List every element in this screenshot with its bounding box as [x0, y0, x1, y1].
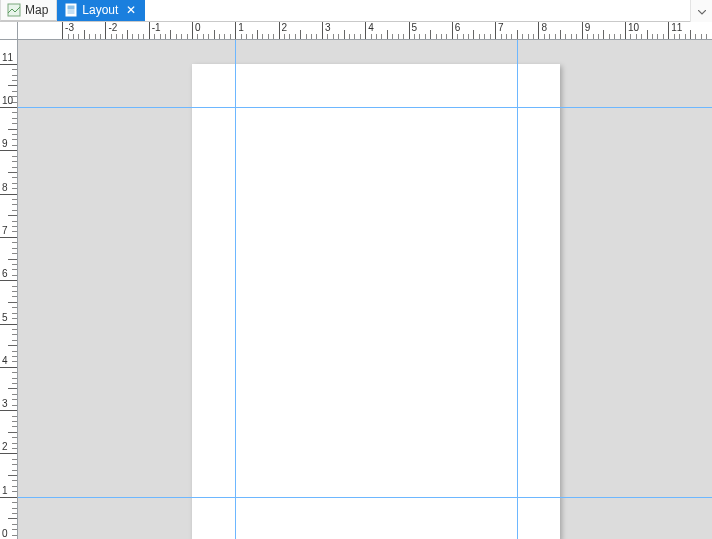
- tab-list-dropdown[interactable]: [690, 0, 712, 22]
- guide-horizontal[interactable]: [18, 107, 712, 108]
- ruler-v-label: 11: [2, 52, 13, 63]
- guide-vertical[interactable]: [517, 40, 518, 539]
- ruler-v-label: 2: [2, 441, 8, 452]
- ruler-h-label: 2: [282, 22, 288, 33]
- ruler-h-label: 1: [238, 22, 244, 33]
- tab-map[interactable]: Map: [0, 0, 57, 21]
- ruler-h-label: 8: [541, 22, 547, 33]
- ruler-h-label: -1: [152, 22, 161, 33]
- ruler-horizontal[interactable]: -3-2-10123456789101112: [18, 22, 712, 40]
- ruler-v-label: 7: [2, 225, 8, 236]
- ruler-v-label: 9: [2, 138, 8, 149]
- layout-icon: [64, 3, 78, 17]
- ruler-h-label: 10: [628, 22, 639, 33]
- ruler-h-label: 0: [195, 22, 201, 33]
- ruler-vertical[interactable]: 11109876543210: [0, 40, 18, 539]
- ruler-h-label: 5: [412, 22, 418, 33]
- ruler-v-label: 8: [2, 182, 8, 193]
- ruler-v-label: 10: [2, 95, 13, 106]
- ruler-h-label: 4: [368, 22, 374, 33]
- ruler-h-label: -3: [65, 22, 74, 33]
- tab-map-label: Map: [25, 3, 48, 17]
- guide-vertical[interactable]: [235, 40, 236, 539]
- ruler-h-label: 9: [585, 22, 591, 33]
- tab-bar: Map Layout ✕: [0, 0, 712, 22]
- page[interactable]: [192, 64, 560, 539]
- ruler-v-label: 3: [2, 398, 8, 409]
- svg-rect-0: [8, 4, 20, 16]
- ruler-h-label: 7: [498, 22, 504, 33]
- ruler-v-label: 5: [2, 312, 8, 323]
- ruler-corner: [0, 22, 18, 40]
- ruler-h-label: 6: [455, 22, 461, 33]
- ruler-v-label: 0: [2, 528, 8, 539]
- ruler-v-label: 1: [2, 485, 8, 496]
- ruler-v-label: 4: [2, 355, 8, 366]
- ruler-h-label: -2: [108, 22, 117, 33]
- layout-canvas[interactable]: [18, 40, 712, 539]
- svg-rect-2: [68, 6, 75, 10]
- tab-layout-label: Layout: [82, 3, 118, 17]
- layout-workspace: -3-2-10123456789101112 11109876543210: [0, 22, 712, 539]
- tab-layout[interactable]: Layout ✕: [57, 0, 145, 21]
- chevron-down-icon: [698, 4, 706, 18]
- close-icon[interactable]: ✕: [126, 4, 136, 16]
- ruler-v-label: 6: [2, 268, 8, 279]
- ruler-h-label: 3: [325, 22, 331, 33]
- guide-horizontal[interactable]: [18, 497, 712, 498]
- ruler-h-label: 11: [671, 22, 682, 33]
- map-icon: [7, 3, 21, 17]
